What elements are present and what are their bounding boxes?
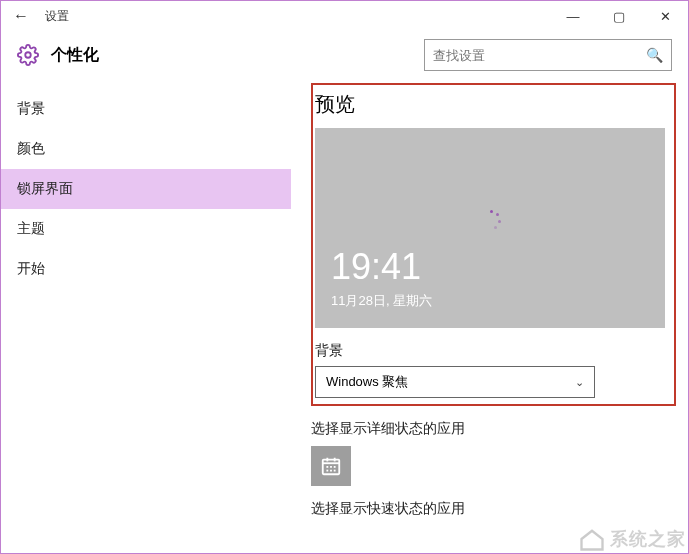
sidebar-item-color[interactable]: 颜色 <box>1 129 291 169</box>
quick-status-label: 选择显示快速状态的应用 <box>311 500 682 518</box>
titlebar: ← 设置 — ▢ ✕ <box>1 1 688 31</box>
minimize-button[interactable]: — <box>550 1 596 31</box>
search-input[interactable] <box>433 48 646 63</box>
main-content: 预览 19:41 11月28日, 星期六 背景 Windows 聚焦 ⌄ 选择显… <box>291 83 688 553</box>
highlight-annotation: 预览 19:41 11月28日, 星期六 背景 Windows 聚焦 ⌄ <box>311 83 676 406</box>
window-controls: — ▢ ✕ <box>550 1 688 31</box>
sidebar: 背景 颜色 锁屏界面 主题 开始 <box>1 83 291 553</box>
close-button[interactable]: ✕ <box>642 1 688 31</box>
gear-icon <box>17 44 39 66</box>
sidebar-item-background[interactable]: 背景 <box>1 89 291 129</box>
background-label: 背景 <box>315 342 668 360</box>
lockscreen-preview: 19:41 11月28日, 星期六 <box>315 128 665 328</box>
detailed-status-app-button[interactable] <box>311 446 351 486</box>
background-dropdown[interactable]: Windows 聚焦 ⌄ <box>315 366 595 398</box>
preview-time: 19:41 <box>331 246 421 288</box>
search-icon: 🔍 <box>646 47 663 63</box>
chevron-down-icon: ⌄ <box>575 376 584 389</box>
calendar-icon <box>320 455 342 477</box>
preview-date: 11月28日, 星期六 <box>331 292 432 310</box>
sidebar-item-theme[interactable]: 主题 <box>1 209 291 249</box>
search-box[interactable]: 🔍 <box>424 39 672 71</box>
svg-point-0 <box>25 52 31 58</box>
preview-heading: 预览 <box>315 91 668 118</box>
loading-spinner-icon <box>480 210 500 230</box>
header: 个性化 🔍 <box>1 31 688 83</box>
background-dropdown-value: Windows 聚焦 <box>326 373 408 391</box>
page-title: 个性化 <box>51 45 99 66</box>
maximize-button[interactable]: ▢ <box>596 1 642 31</box>
detailed-status-label: 选择显示详细状态的应用 <box>311 420 682 438</box>
sidebar-item-start[interactable]: 开始 <box>1 249 291 289</box>
back-button[interactable]: ← <box>13 7 37 25</box>
window-title: 设置 <box>45 8 69 25</box>
sidebar-item-lockscreen[interactable]: 锁屏界面 <box>1 169 291 209</box>
